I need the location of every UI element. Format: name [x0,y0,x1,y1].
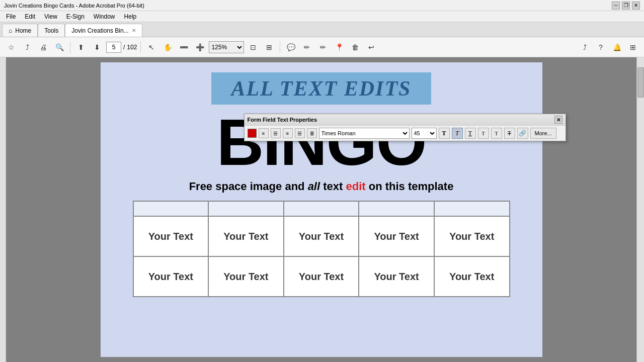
page-input[interactable] [106,42,121,53]
subtitle-red: edit [346,180,365,193]
underline-text-btn[interactable]: T [465,128,476,139]
left-panel [0,57,6,362]
dialog-close-btn[interactable]: ✕ [554,116,562,124]
hand-tool-btn[interactable]: ✋ [160,40,175,54]
tab-tools[interactable]: Tools [38,24,65,37]
header-g[interactable] [359,201,434,216]
bookmark-btn[interactable]: ☆ [4,40,18,54]
font-select[interactable]: Times Roman Arial Helvetica [319,128,410,139]
bold-text-btn[interactable]: T [439,128,450,139]
tab-home[interactable]: ⌂ Home [2,24,38,37]
menu-bar: File Edit View E-Sign Window Help [0,11,644,22]
subtitle-italic: all [308,180,320,193]
strikethrough-btn[interactable]: T [504,128,515,139]
notification-btn[interactable]: 🔔 [610,40,624,54]
right-scrollbar[interactable] [636,57,644,362]
share-btn[interactable]: ⤴ [578,40,592,54]
cell-2-2[interactable]: Your Text [208,256,284,297]
cell-2-1[interactable]: Your Text [133,256,209,297]
title-bar: Jovin Creations Bingo Cards - Adobe Acro… [0,0,644,11]
dialog-title-bar: Form Field Text Properties ✕ [245,114,566,126]
print-btn[interactable]: 🖨 [36,40,50,54]
align-right-btn[interactable]: ≡ [283,128,293,138]
undo-btn[interactable]: ↩ [364,40,378,54]
cell-1-5[interactable]: Your Text [434,216,510,256]
align-justify-btn[interactable]: ☰ [295,128,305,138]
tab-document[interactable]: Jovin Creations Bin... ✕ [65,24,142,37]
cell-1-1[interactable]: Your Text [133,216,209,256]
doc-area: ALL TEXT EDITS BINGO Free space image an… [6,57,636,362]
header-n[interactable] [284,201,359,216]
header-o[interactable] [434,201,510,216]
size-select[interactable]: 45 12 24 36 48 [412,128,437,139]
comment-btn[interactable]: 💬 [284,40,298,54]
page-nav: / 102 [106,42,137,53]
app-title: Jovin Creations Bingo Cards - Adobe Acro… [4,3,144,9]
document: ALL TEXT EDITS BINGO Free space image an… [101,62,542,357]
link-btn[interactable]: 🔗 [517,128,528,139]
zoom-select[interactable]: 125% 100% 75% 150% [209,41,244,53]
bingo-header-row [133,201,510,216]
menu-esign[interactable]: E-Sign [62,12,89,21]
menu-window[interactable]: Window [90,12,119,21]
cell-2-3[interactable]: Your Text [284,256,359,297]
bingo-row-2: Your Text Your Text Your Text Your Text … [133,256,510,297]
apps-btn[interactable]: ⊞ [626,40,640,54]
menu-view[interactable]: View [40,12,61,21]
list-btn[interactable]: ≣ [307,128,317,138]
restore-btn[interactable]: ❐ [622,2,630,10]
next-page-btn[interactable]: ⬇ [90,40,104,54]
tab-bar: ⌂ Home Tools Jovin Creations Bin... ✕ [0,22,644,37]
sep2 [140,41,141,53]
sep1 [70,41,70,53]
page-total: 102 [127,44,137,51]
menu-help[interactable]: Help [120,12,141,21]
tab-home-label: Home [15,27,31,34]
cell-1-4[interactable]: Your Text [359,216,434,256]
minimize-btn[interactable]: ─ [612,2,620,10]
header-i[interactable] [208,201,284,216]
sep3 [280,41,280,53]
cell-2-5[interactable]: Your Text [434,256,510,297]
highlight-btn[interactable]: ✏ [300,40,314,54]
select-tool-btn[interactable]: ↖ [144,40,158,54]
window-controls[interactable]: ─ ❐ ✕ [612,2,640,10]
subscript-btn[interactable]: T [491,128,502,139]
bingo-grid: Your Text Your Text Your Text Your Text … [133,201,510,297]
align-left-btn[interactable]: ≡ [259,128,269,138]
stamp-btn[interactable]: 📍 [332,40,346,54]
cell-2-4[interactable]: Your Text [359,256,434,297]
fit-page-btn[interactable]: ⊡ [246,40,260,54]
scrollbar-thumb[interactable] [637,67,644,98]
help-btn[interactable]: ? [594,40,608,54]
doc-title: ALL TEXT EDITS [211,72,432,105]
superscript-btn[interactable]: T [478,128,489,139]
header-b[interactable] [133,201,209,216]
menu-edit[interactable]: Edit [21,12,39,21]
page-separator: / [123,44,125,51]
color-swatch[interactable] [248,129,257,138]
align-center-btn[interactable]: ☰ [271,128,281,138]
zoom-out-btn[interactable]: ➖ [177,40,191,54]
subtitle-start: Free space image and [189,180,308,193]
italic-text-btn[interactable]: T [452,128,463,139]
prev-page-btn[interactable]: ⬆ [74,40,88,54]
delete-btn[interactable]: 🗑 [348,40,362,54]
cell-1-2[interactable]: Your Text [208,216,284,256]
fit-width-btn[interactable]: ⊞ [262,40,276,54]
toolbar: ☆ ⤴ 🖨 🔍 ⬆ ⬇ / 102 ↖ ✋ ➖ ➕ 125% 100% 75% … [0,37,644,57]
tab-document-label: Jovin Creations Bin... [71,27,128,34]
markup-btn[interactable]: ✏ [316,40,330,54]
home-toolbar-btn[interactable]: ⤴ [20,40,34,54]
bingo-row-1: Your Text Your Text Your Text Your Text … [133,216,510,256]
subtitle-end: on this template [366,180,454,193]
menu-file[interactable]: File [2,12,20,21]
close-btn[interactable]: ✕ [632,2,640,10]
zoom-out-search-btn[interactable]: 🔍 [52,40,66,54]
tab-tools-label: Tools [44,27,58,34]
main-area: ALL TEXT EDITS BINGO Free space image an… [0,57,644,362]
zoom-in-btn[interactable]: ➕ [193,40,207,54]
more-btn[interactable]: More... [530,128,556,139]
cell-1-3[interactable]: Your Text [284,216,359,256]
tab-close-btn[interactable]: ✕ [132,28,136,33]
